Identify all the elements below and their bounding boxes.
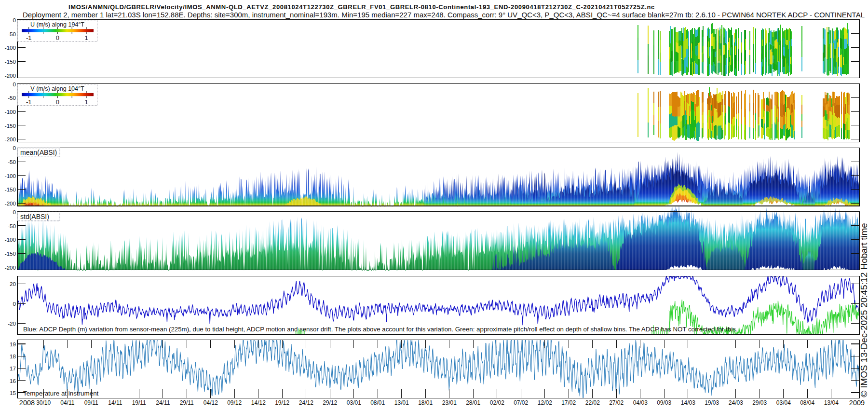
svg-text:-100: -100	[5, 109, 16, 115]
svg-text:V (m/s) along 104°T: V (m/s) along 104°T	[30, 85, 84, 92]
svg-text:-1: -1	[26, 34, 32, 41]
svg-text:04/03: 04/03	[633, 399, 648, 406]
svg-text:04/11: 04/11	[60, 399, 74, 406]
svg-text:09/03: 09/03	[657, 399, 671, 406]
svg-text:16: 16	[10, 378, 16, 384]
svg-text:24/12: 24/12	[299, 399, 313, 406]
svg-text:30/10: 30/10	[36, 399, 51, 406]
svg-text:14/03: 14/03	[681, 399, 695, 406]
svg-text:03/01: 03/01	[347, 399, 361, 406]
svg-text:-200: -200	[5, 264, 16, 271]
svg-text:-100: -100	[5, 236, 16, 243]
svg-text:-100: -100	[5, 173, 16, 179]
svg-text:-150: -150	[5, 58, 16, 65]
svg-text:09/12: 09/12	[227, 399, 242, 406]
svg-text:29/11: 29/11	[180, 399, 194, 406]
svg-text:-200: -200	[5, 136, 16, 142]
svg-text:-20: -20	[8, 320, 16, 327]
svg-text:std(ABSI): std(ABSI)	[20, 213, 49, 220]
svg-text:Deployment 2, member 1 lat=21.: Deployment 2, member 1 lat=21.03S lon=15…	[23, 11, 865, 19]
svg-text:0: 0	[13, 17, 16, 23]
svg-text:08/01: 08/01	[370, 399, 385, 406]
svg-text:-200: -200	[5, 200, 16, 206]
svg-text:1: 1	[84, 34, 88, 41]
svg-text:2009: 2009	[849, 399, 865, 407]
svg-text:14/12: 14/12	[251, 399, 266, 406]
svg-text:0: 0	[56, 34, 59, 41]
svg-text:-150: -150	[5, 186, 16, 192]
svg-text:0: 0	[56, 98, 59, 106]
svg-text:-150: -150	[5, 250, 16, 257]
svg-text:-50: -50	[8, 223, 16, 229]
svg-text:18: 18	[10, 353, 16, 359]
svg-text:-150: -150	[5, 123, 16, 129]
svg-text:mean(ABSI): mean(ABSI)	[20, 149, 57, 156]
svg-text:28/01: 28/01	[466, 399, 480, 406]
svg-text:0: 0	[13, 145, 16, 151]
svg-text:12/02: 12/02	[538, 399, 552, 406]
svg-text:IMOS/ANMN/QLD/GBRELR/Velocity/: IMOS/ANMN/QLD/GBRELR/Velocity/IMOS_ANMN-…	[68, 3, 655, 11]
svg-text:09/11: 09/11	[84, 399, 98, 406]
svg-text:03/04: 03/04	[776, 399, 791, 406]
svg-text:15: 15	[10, 390, 16, 396]
svg-text:17: 17	[10, 365, 16, 371]
svg-text:29/03: 29/03	[752, 399, 767, 406]
svg-text:29/12: 29/12	[323, 399, 337, 406]
svg-text:17/02: 17/02	[561, 399, 576, 406]
svg-text:-50: -50	[8, 159, 16, 165]
svg-text:-100: -100	[5, 44, 16, 51]
svg-text:20: 20	[10, 281, 16, 287]
svg-text:0: 0	[13, 301, 16, 307]
svg-text:24/03: 24/03	[729, 399, 743, 406]
svg-text:Blue: ADCP Depth (m) variation: Blue: ADCP Depth (m) variation from sens…	[23, 326, 738, 333]
svg-text:© IMOS 13-Dec-2025 20:45:12 Ho: © IMOS 13-Dec-2025 20:45:12 Hobart time	[859, 223, 868, 397]
svg-text:0: 0	[13, 209, 16, 215]
svg-text:07/02: 07/02	[514, 399, 528, 406]
svg-text:-1: -1	[26, 98, 32, 106]
svg-text:U (m/s) along 194°T: U (m/s) along 194°T	[30, 21, 84, 28]
svg-text:Temperature at instrument: Temperature at instrument	[23, 390, 99, 397]
svg-text:-50: -50	[8, 95, 16, 101]
svg-text:-200: -200	[5, 72, 16, 79]
svg-text:14/11: 14/11	[108, 399, 122, 406]
svg-text:13/01: 13/01	[394, 399, 409, 406]
svg-text:19/11: 19/11	[132, 399, 146, 406]
svg-text:19/03: 19/03	[705, 399, 719, 406]
svg-text:-50: -50	[8, 31, 16, 37]
svg-text:13/04: 13/04	[824, 399, 839, 406]
svg-text:0: 0	[13, 81, 16, 87]
svg-text:04/12: 04/12	[203, 399, 218, 406]
svg-text:19/12: 19/12	[275, 399, 289, 406]
svg-text:1: 1	[84, 98, 88, 106]
svg-text:02/02: 02/02	[490, 399, 504, 406]
svg-text:27/02: 27/02	[609, 399, 624, 406]
svg-text:19: 19	[10, 341, 16, 347]
svg-text:2008: 2008	[19, 399, 35, 407]
svg-text:22/02: 22/02	[585, 399, 600, 406]
svg-text:18/01: 18/01	[418, 399, 433, 406]
svg-text:24/11: 24/11	[156, 399, 170, 406]
svg-text:23/01: 23/01	[442, 399, 457, 406]
svg-text:08/04: 08/04	[800, 399, 814, 406]
